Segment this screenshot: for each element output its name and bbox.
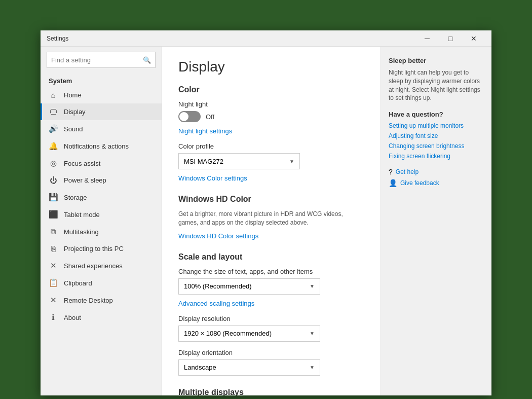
about-icon: ℹ bbox=[49, 313, 58, 322]
sidebar-item-label: Notifications & actions bbox=[64, 142, 129, 150]
scale-dropdown[interactable]: 100% (Recommended) ▼ bbox=[178, 278, 320, 295]
system-label: System bbox=[41, 73, 162, 87]
night-light-state: Off bbox=[206, 113, 214, 121]
orientation-dropdown-arrow-icon: ▼ bbox=[310, 365, 315, 370]
window-controls: ─ □ ✕ bbox=[415, 30, 485, 47]
shared-icon: ✕ bbox=[49, 261, 58, 270]
sleep-section-description: Night light can help you get to sleep by… bbox=[389, 68, 483, 102]
sidebar-item-label: Focus assist bbox=[64, 160, 100, 167]
sidebar-item-label: Multitasking bbox=[64, 228, 99, 236]
sidebar-item-home[interactable]: ⌂ Home bbox=[41, 87, 162, 103]
storage-icon: 💾 bbox=[49, 193, 58, 202]
sidebar-item-label: Remote Desktop bbox=[64, 297, 113, 304]
orientation-value: Landscape bbox=[184, 364, 216, 371]
sidebar-item-notifications[interactable]: 🔔 Notifications & actions bbox=[41, 137, 162, 155]
search-box[interactable]: 🔍 bbox=[47, 52, 156, 68]
dropdown-arrow-icon: ▼ bbox=[289, 159, 294, 164]
home-icon: ⌂ bbox=[49, 91, 58, 99]
night-light-toggle[interactable] bbox=[178, 111, 201, 122]
sidebar-item-tablet-mode[interactable]: ⬛ Tablet mode bbox=[41, 206, 162, 223]
color-section-title: Color bbox=[178, 85, 364, 94]
give-feedback-link[interactable]: Give feedback bbox=[400, 179, 439, 187]
sidebar-item-label: Display bbox=[64, 108, 86, 116]
projecting-icon: ⎘ bbox=[49, 244, 58, 253]
scale-dropdown-arrow-icon: ▼ bbox=[310, 283, 315, 289]
scale-layout-title: Scale and layout bbox=[178, 252, 364, 262]
notifications-icon: 🔔 bbox=[49, 141, 58, 151]
sleep-section-title: Sleep better bbox=[389, 57, 483, 64]
display-icon: 🖵 bbox=[49, 107, 58, 116]
orientation-dropdown[interactable]: Landscape ▼ bbox=[178, 359, 320, 376]
remote-icon: ✕ bbox=[49, 296, 58, 305]
sidebar-item-storage[interactable]: 💾 Storage bbox=[41, 189, 162, 206]
sidebar-item-display[interactable]: 🖵 Display bbox=[41, 103, 162, 120]
sidebar-item-focus-assist[interactable]: ◎ Focus assist bbox=[41, 155, 162, 172]
sidebar-item-multitasking[interactable]: ⧉ Multitasking bbox=[41, 223, 162, 240]
sidebar: 🔍 System ⌂ Home 🖵 Display 🔊 Sound 🔔 Noti… bbox=[41, 47, 162, 395]
sidebar-item-label: Clipboard bbox=[64, 279, 92, 287]
sidebar-item-clipboard[interactable]: 📋 Clipboard bbox=[41, 274, 162, 292]
sidebar-item-label: Home bbox=[64, 91, 82, 99]
power-icon: ⏻ bbox=[49, 176, 58, 185]
orientation-label: Display orientation bbox=[178, 349, 364, 356]
windows-color-settings-link[interactable]: Windows Color settings bbox=[178, 174, 247, 182]
resolution-dropdown-arrow-icon: ▼ bbox=[310, 331, 315, 336]
link-multiple-monitors[interactable]: Setting up multiple monitors bbox=[389, 122, 483, 129]
color-profile-value: MSI MAG272 bbox=[184, 158, 223, 165]
maximize-button[interactable]: □ bbox=[439, 30, 462, 47]
night-light-label: Night light bbox=[178, 100, 364, 108]
sidebar-item-label: About bbox=[64, 314, 81, 321]
multitasking-icon: ⧉ bbox=[49, 227, 58, 236]
hd-color-settings-link[interactable]: Windows HD Color settings bbox=[178, 232, 258, 240]
color-section: Color Night light Off Night light settin… bbox=[178, 85, 364, 183]
multiple-displays-title: Multiple displays bbox=[178, 388, 364, 395]
close-button[interactable]: ✕ bbox=[462, 30, 485, 47]
color-profile-label: Color profile bbox=[178, 142, 364, 150]
clipboard-icon: 📋 bbox=[49, 278, 58, 287]
sidebar-item-label: Power & sleep bbox=[64, 176, 106, 184]
resolution-dropdown[interactable]: 1920 × 1080 (Recommended) ▼ bbox=[178, 325, 320, 342]
tablet-icon: ⬛ bbox=[49, 210, 58, 219]
settings-window: Settings ─ □ ✕ 🔍 System ⌂ Home 🖵 Display bbox=[41, 30, 491, 395]
hd-color-section: Windows HD Color Get a brighter, more vi… bbox=[178, 195, 364, 240]
minimize-button[interactable]: ─ bbox=[415, 30, 439, 47]
sidebar-item-power-sleep[interactable]: ⏻ Power & sleep bbox=[41, 172, 162, 189]
multiple-displays-section: Multiple displays Connect to a wireless … bbox=[178, 388, 364, 395]
window-title: Settings bbox=[47, 35, 68, 42]
feedback-icon: 👤 bbox=[389, 179, 397, 187]
sound-icon: 🔊 bbox=[49, 124, 58, 133]
sidebar-item-projecting[interactable]: ⎘ Projecting to this PC bbox=[41, 240, 162, 257]
main-content: Display Color Night light Off Night ligh… bbox=[162, 47, 380, 395]
search-icon: 🔍 bbox=[143, 56, 151, 64]
give-feedback-action[interactable]: 👤 Give feedback bbox=[389, 179, 483, 187]
scale-label: Change the size of text, apps, and other… bbox=[178, 268, 364, 275]
scale-value: 100% (Recommended) bbox=[184, 282, 252, 290]
link-screen-flickering[interactable]: Fixing screen flickering bbox=[389, 153, 483, 160]
sidebar-item-shared-experiences[interactable]: ✕ Shared experiences bbox=[41, 257, 162, 274]
page-title: Display bbox=[178, 59, 364, 75]
focus-icon: ◎ bbox=[49, 159, 58, 168]
resolution-label: Display resolution bbox=[178, 315, 364, 322]
resolution-value: 1920 × 1080 (Recommended) bbox=[184, 330, 272, 337]
night-light-settings-link[interactable]: Night light settings bbox=[178, 127, 232, 135]
sidebar-item-sound[interactable]: 🔊 Sound bbox=[41, 120, 162, 137]
hd-color-title: Windows HD Color bbox=[178, 195, 364, 204]
right-panel: Sleep better Night light can help you ge… bbox=[380, 47, 491, 395]
color-profile-dropdown[interactable]: MSI MAG272 ▼ bbox=[178, 153, 300, 169]
sidebar-item-label: Sound bbox=[64, 125, 83, 133]
question-section-title: Have a question? bbox=[389, 111, 483, 118]
night-light-row: Off bbox=[178, 111, 364, 122]
sidebar-item-label: Tablet mode bbox=[64, 211, 100, 219]
advanced-scaling-link[interactable]: Advanced scaling settings bbox=[178, 300, 254, 307]
sidebar-item-remote-desktop[interactable]: ✕ Remote Desktop bbox=[41, 292, 162, 309]
sidebar-item-about[interactable]: ℹ About bbox=[41, 309, 162, 326]
sidebar-item-label: Storage bbox=[64, 194, 87, 201]
scale-layout-section: Scale and layout Change the size of text… bbox=[178, 252, 364, 376]
link-font-size[interactable]: Adjusting font size bbox=[389, 132, 483, 139]
sidebar-item-label: Shared experiences bbox=[64, 262, 123, 270]
get-help-link[interactable]: Get help bbox=[396, 168, 419, 175]
search-input[interactable] bbox=[51, 56, 143, 64]
get-help-action[interactable]: ? Get help bbox=[389, 168, 483, 176]
link-screen-brightness[interactable]: Changing screen brightness bbox=[389, 142, 483, 150]
titlebar: Settings ─ □ ✕ bbox=[41, 30, 491, 47]
